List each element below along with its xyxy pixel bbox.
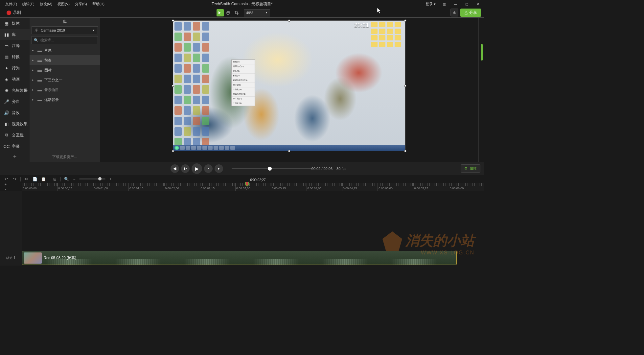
visual-effects-icon: ◧ xyxy=(4,122,9,127)
sidebar-library[interactable]: ▮▮库 xyxy=(0,29,30,40)
sidebar-media[interactable]: ▦媒体 xyxy=(0,18,30,29)
track-header-1[interactable]: 轨道 1 xyxy=(0,250,22,266)
zoom-in-button[interactable]: + xyxy=(107,176,113,182)
prev-button[interactable]: ◂ xyxy=(204,164,213,173)
share-button[interactable]: 分享 xyxy=(460,9,481,17)
zoom-out-button[interactable]: − xyxy=(71,176,77,182)
time-ruler[interactable]: 0:00:00;000:00:00;150:00:01;000:00:01;15… xyxy=(22,183,484,191)
minimize-button[interactable]: — xyxy=(450,0,461,8)
sidebar-captions[interactable]: CC字幕 xyxy=(0,141,30,152)
sidebar-audio-effects[interactable]: 🔊音效 xyxy=(0,107,30,118)
prev-frame-button[interactable]: ◂▮ xyxy=(171,164,179,173)
folder-icon: ▬ xyxy=(37,58,42,63)
search-input[interactable] xyxy=(40,38,96,42)
record-button[interactable]: 录制 xyxy=(3,9,24,17)
properties-button[interactable]: ⚙ 属性 xyxy=(461,164,480,173)
library-icon: ▮▮ xyxy=(4,32,9,37)
library-folder-icons[interactable]: ▸▬图标 xyxy=(30,65,100,75)
behaviors-icon: ✦ xyxy=(4,66,9,71)
add-track-button[interactable]: + xyxy=(3,183,8,187)
audio-effects-icon: 🔊 xyxy=(4,110,9,115)
canvas[interactable]: 查看(V) 排序方式(O) 刷新(E) 粘贴(P) 粘贴快捷方式(S) 显示设置… xyxy=(173,20,405,151)
zoom-value: 49% xyxy=(246,11,253,15)
library-search[interactable]: 🔍 xyxy=(32,36,98,44)
annotations-icon: ▭ xyxy=(4,43,9,48)
crop-tool[interactable] xyxy=(233,9,240,16)
zoom-select[interactable]: 49% ▼ xyxy=(244,9,270,16)
close-button[interactable]: ✕ xyxy=(472,0,483,8)
record-label: 录制 xyxy=(13,10,21,15)
undo-button[interactable]: ↶ xyxy=(3,176,9,182)
maximize-button[interactable]: ▢ xyxy=(461,0,472,8)
copy-button[interactable]: 📄 xyxy=(32,176,38,182)
canvas-area: 查看(V) 排序方式(O) 刷新(E) 粘贴(P) 粘贴快捷方式(S) 显示设置… xyxy=(100,18,478,162)
track-1[interactable]: Rec 05-08-20 (屏幕) xyxy=(22,250,484,266)
toolbar: 录制 49% ▼ 分享 xyxy=(0,8,484,18)
folder-icon: ▬ xyxy=(37,78,42,83)
clip-thumbnail xyxy=(24,252,42,264)
export-button[interactable] xyxy=(450,9,458,16)
sidebar-add[interactable]: + xyxy=(0,152,30,162)
properties-collapsed xyxy=(478,18,484,162)
next-button[interactable]: ▸ xyxy=(215,164,223,173)
sidebar-annotations[interactable]: ▭注释 xyxy=(0,40,30,51)
menu-help[interactable]: 帮助(H) xyxy=(90,0,107,8)
animations-icon: ◈ xyxy=(4,77,9,82)
device-button[interactable]: ◫ xyxy=(439,0,449,8)
expand-tracks-button[interactable]: ▾ xyxy=(3,187,8,191)
sidebar: ▦媒体 ▮▮库 ▭注释 ▤转换 ✦行为 ◈动画 ✺光标效果 🎤旁白 🔊音效 ◧视… xyxy=(0,18,30,162)
menu-modify[interactable]: 修改(M) xyxy=(37,0,55,8)
clock-widget: 20:21 xyxy=(354,22,369,29)
folder-icon: ▬ xyxy=(37,68,42,73)
folder-icon: ▬ xyxy=(37,87,42,92)
sidebar-visual-effects[interactable]: ◧视觉效果 xyxy=(0,118,30,130)
sidebar-cursor-effects[interactable]: ✺光标效果 xyxy=(0,85,30,96)
canvas-content: 查看(V) 排序方式(O) 刷新(E) 粘贴(P) 粘贴快捷方式(S) 显示设置… xyxy=(173,21,405,151)
chevron-down-icon: ▼ xyxy=(265,11,268,14)
timeline-zoom-slider[interactable] xyxy=(79,178,105,179)
login-button[interactable]: 登录 ▾ xyxy=(423,0,438,8)
sidebar-interactivity[interactable]: ⧉交互性 xyxy=(0,130,30,141)
context-menu: 查看(V) 排序方式(O) 刷新(E) 粘贴(P) 粘贴快捷方式(S) 显示设置… xyxy=(231,59,255,106)
download-assets[interactable]: 下载更多资产... xyxy=(30,152,100,162)
redo-button[interactable]: ↷ xyxy=(12,176,18,182)
cursor-effects-icon: ✺ xyxy=(4,88,9,93)
transitions-icon: ▤ xyxy=(4,55,9,59)
split-button[interactable]: ⊟ xyxy=(52,176,58,182)
gear-icon: ⚙ xyxy=(464,166,468,171)
menu-edit[interactable]: 编辑(E) xyxy=(20,0,37,8)
sidebar-transitions[interactable]: ▤转换 xyxy=(0,51,30,62)
captions-icon: CC xyxy=(4,144,9,149)
paste-button[interactable]: 📋 xyxy=(40,176,46,182)
slider-thumb[interactable] xyxy=(268,167,272,171)
zoom-thumb[interactable] xyxy=(98,177,102,180)
sidebar-behaviors[interactable]: ✦行为 xyxy=(0,62,30,74)
play-button[interactable]: ▶ xyxy=(192,163,202,174)
cut-button[interactable]: ✂ xyxy=(23,176,29,182)
zoom-tool-icon: 🔍 xyxy=(63,176,69,182)
library-folder-music[interactable]: ▸▬音乐曲目 xyxy=(30,85,100,95)
sidebar-narration[interactable]: 🎤旁白 xyxy=(0,96,30,107)
playback-slider[interactable] xyxy=(232,168,314,169)
sidebar-animations[interactable]: ◈动画 xyxy=(0,74,30,85)
menu-view[interactable]: 视图(V) xyxy=(55,0,72,8)
chevron-right-icon: ▸ xyxy=(32,98,35,101)
pan-tool[interactable] xyxy=(225,9,232,16)
title-bar: 文件(F) 编辑(E) 修改(M) 视图(V) 分享(S) 帮助(H) Tech… xyxy=(0,0,484,8)
library-folder-intro[interactable]: ▸▬前奏 xyxy=(30,55,100,65)
playback-bar: ◂▮ ▮▸ ▶ ◂ ▸ 00:02 / 00:06 30 fps ⚙ 属性 xyxy=(0,162,484,175)
folder-icon: ▬ xyxy=(37,48,42,53)
next-frame-button[interactable]: ▮▸ xyxy=(181,164,190,173)
library-folder-motion-bg[interactable]: ▸▬运动背景 xyxy=(30,95,100,105)
library-folder-lower-thirds[interactable]: ▸▬下三分之一 xyxy=(30,75,100,85)
library-select[interactable]: 库 Camtasia 2019 ▼ xyxy=(32,26,98,34)
menu-file[interactable]: 文件(F) xyxy=(3,0,20,8)
clip[interactable]: Rec 05-08-20 (屏幕) xyxy=(22,251,457,265)
chevron-right-icon: ▸ xyxy=(32,59,35,62)
select-tool[interactable] xyxy=(217,9,224,16)
properties-expand-handle[interactable] xyxy=(481,44,483,60)
share-icon xyxy=(464,11,468,14)
library-folder-outro[interactable]: ▸▬片尾 xyxy=(30,45,100,55)
menu-share[interactable]: 分享(S) xyxy=(72,0,90,8)
timeline: + ▾ 0:00:00;000:00:00;150:00:01;000:00:0… xyxy=(0,183,484,266)
